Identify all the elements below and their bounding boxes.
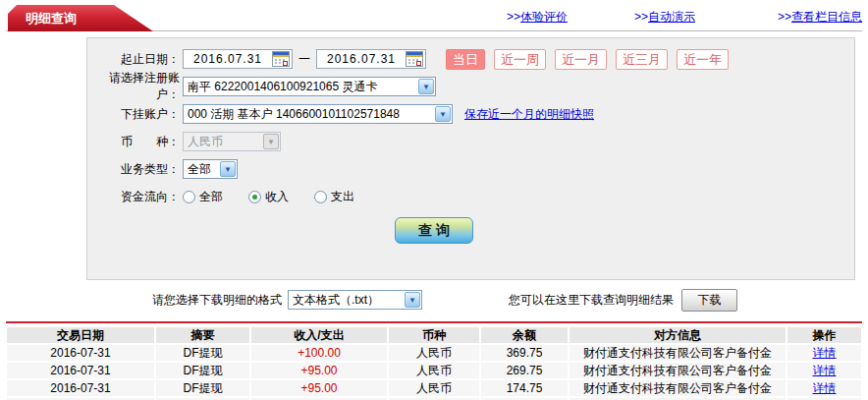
- detail-link[interactable]: 详情: [813, 346, 837, 360]
- radio-icon: [183, 191, 195, 203]
- cell-summary: DF提现: [156, 363, 249, 378]
- header-summary: 摘要: [156, 327, 249, 343]
- currency-label: 币 种：: [87, 134, 180, 150]
- link-label: 查看栏目信息: [791, 10, 862, 24]
- download-row: 请您选择下载明细的格式 文本格式（.txt） ▼ 您可以在这里下载查询明细结果 …: [0, 286, 868, 314]
- quick-range-year-button[interactable]: 近一年: [677, 49, 729, 70]
- fund-flow-radio-expense[interactable]: 支出: [314, 189, 354, 205]
- header-income-expense: 收入/支出: [251, 327, 387, 343]
- query-form-panel: 起止日期： 2016.07.31 一: [86, 37, 855, 280]
- quick-range-buttons: 当日 近一周 近一月 近三月 近一年: [446, 49, 737, 70]
- quick-range-month-button[interactable]: 近一月: [555, 49, 607, 70]
- register-account-select[interactable]: 南平 6222001406100921065 灵通卡 ▼: [183, 77, 436, 96]
- page-title: 明细查询: [26, 11, 77, 26]
- sub-account-select[interactable]: 000 活期 基本户 1406600101102571848 ▼: [183, 104, 453, 124]
- transactions-table: 交易日期 摘要 收入/支出 币种 余额 对方信息 操作 2016-07-31 D…: [7, 327, 861, 400]
- header-balance: 余额: [481, 327, 568, 343]
- chevron-down-icon: ▼: [405, 292, 420, 308]
- date-from-value: 2016.07.31: [184, 52, 272, 66]
- detail-link[interactable]: 详情: [813, 381, 837, 395]
- table-row: 2016-07-31 DF提现 +100.00 人民币 369.75 财付通支付…: [7, 345, 861, 361]
- link-prefix: >>: [778, 10, 791, 24]
- currency-row: 币 种： 人民币 ▼: [87, 131, 854, 152]
- radio-label: 支出: [331, 189, 354, 205]
- date-to-input[interactable]: 2016.07.31: [316, 49, 426, 69]
- header-transaction-date: 交易日期: [7, 327, 154, 343]
- top-links: >>体验评价 >>自动演示 >>查看栏目信息: [507, 9, 862, 26]
- business-type-row: 业务类型： 全部 ▼: [87, 158, 854, 180]
- quick-range-today-button[interactable]: 当日: [446, 49, 485, 70]
- date-from-input[interactable]: 2016.07.31: [183, 49, 293, 69]
- date-separator: 一: [298, 51, 310, 68]
- quick-range-3months-button[interactable]: 近三月: [616, 49, 668, 70]
- query-button[interactable]: 查 询: [395, 217, 473, 244]
- business-type-select[interactable]: 全部 ▼: [183, 159, 238, 179]
- sub-account-value: 000 活期 基本户 1406600101102571848: [188, 106, 431, 123]
- cell-currency: 人民币: [389, 380, 479, 396]
- header-counterparty: 对方信息: [570, 327, 786, 343]
- link-auto-demo[interactable]: >>自动演示: [634, 9, 695, 26]
- date-range-label: 起止日期：: [87, 51, 180, 68]
- chevron-down-icon: ▼: [220, 161, 236, 177]
- fund-flow-radio-income[interactable]: 收入: [248, 189, 289, 205]
- table-top-rule: [6, 321, 862, 323]
- cell-date: 2016-07-31: [7, 345, 154, 361]
- chevron-down-icon: ▼: [435, 106, 451, 122]
- link-prefix: >>: [507, 10, 520, 24]
- currency-select: 人民币 ▼: [183, 132, 281, 151]
- radio-label: 全部: [199, 189, 223, 205]
- calendar-icon[interactable]: [406, 51, 423, 67]
- detail-link[interactable]: 详情: [813, 364, 837, 377]
- save-snapshot-link[interactable]: 保存近一个月的明细快照: [464, 106, 594, 123]
- radio-checked-icon: [248, 191, 261, 203]
- link-prefix: >>: [634, 10, 648, 24]
- sub-account-row: 下挂账户： 000 活期 基本户 1406600101102571848 ▼ 保…: [87, 103, 854, 125]
- cell-currency: 人民币: [389, 363, 479, 378]
- register-account-label: 请选择注册账户：: [87, 70, 180, 103]
- calendar-icon[interactable]: [272, 51, 290, 67]
- cell-currency: 人民币: [389, 345, 479, 361]
- cell-summary: DF提现: [156, 345, 249, 361]
- business-type-value: 全部: [188, 161, 216, 178]
- query-button-row: 查 询: [87, 217, 854, 244]
- register-account-value: 南平 6222001406100921065 灵通卡: [188, 79, 414, 95]
- chevron-down-icon: ▼: [263, 134, 279, 149]
- cell-balance: 269.75: [481, 363, 568, 378]
- header-action: 操作: [787, 327, 861, 343]
- download-format-value: 文本格式（.txt）: [293, 292, 401, 309]
- tab-detail-query[interactable]: 明细查询: [8, 5, 153, 31]
- fund-flow-row: 资金流向： 全部 收入 支出: [87, 186, 854, 207]
- cell-amount: +100.00: [251, 345, 387, 361]
- cell-date: 2016-07-31: [7, 380, 154, 396]
- chevron-down-icon: ▼: [418, 79, 434, 94]
- cell-balance: 369.75: [481, 345, 568, 361]
- link-label: 体验评价: [520, 10, 568, 24]
- fund-flow-radio-all[interactable]: 全部: [183, 189, 223, 205]
- link-experience-review[interactable]: >>体验评价: [507, 9, 568, 26]
- download-button[interactable]: 下载: [681, 289, 737, 312]
- sub-account-label: 下挂账户：: [87, 106, 180, 123]
- date-to-value: 2016.07.31: [317, 52, 406, 66]
- quick-range-week-button[interactable]: 近一周: [494, 49, 546, 70]
- header-currency: 币种: [389, 327, 479, 343]
- download-format-label: 请您选择下载明细的格式: [152, 292, 282, 309]
- table-row: 2016-07-31 DF提现 +95.00 人民币 269.75 财付通支付科…: [7, 363, 861, 378]
- table-header-row: 交易日期 摘要 收入/支出 币种 余额 对方信息 操作: [7, 327, 861, 343]
- cell-amount: +95.00: [251, 363, 387, 378]
- cell-counterparty: 财付通支付科技有限公司客户备付金: [570, 345, 786, 361]
- cell-amount: +95.00: [251, 380, 387, 396]
- cell-counterparty: 财付通支付科技有限公司客户备付金: [570, 380, 786, 396]
- fund-flow-label: 资金流向：: [87, 189, 180, 205]
- link-label: 自动演示: [648, 10, 695, 24]
- cell-balance: 174.75: [481, 380, 568, 396]
- link-view-column-info[interactable]: >>查看栏目信息: [778, 9, 862, 26]
- table-row: 2016-07-31 DF提现 +95.00 人民币 174.75 财付通支付科…: [7, 380, 861, 396]
- register-account-row: 请选择注册账户： 南平 6222001406100921065 灵通卡 ▼: [87, 76, 854, 97]
- cell-summary: DF提现: [156, 380, 249, 396]
- date-range-row: 起止日期： 2016.07.31 一: [87, 48, 854, 70]
- radio-label: 收入: [265, 189, 289, 205]
- detail-query-page: 明细查询 >>体验评价 >>自动演示 >>查看栏目信息 起止日期： 2016.0…: [0, 0, 868, 400]
- radio-icon: [314, 191, 327, 203]
- cell-date: 2016-07-31: [7, 363, 154, 378]
- download-format-select[interactable]: 文本格式（.txt） ▼: [288, 290, 422, 310]
